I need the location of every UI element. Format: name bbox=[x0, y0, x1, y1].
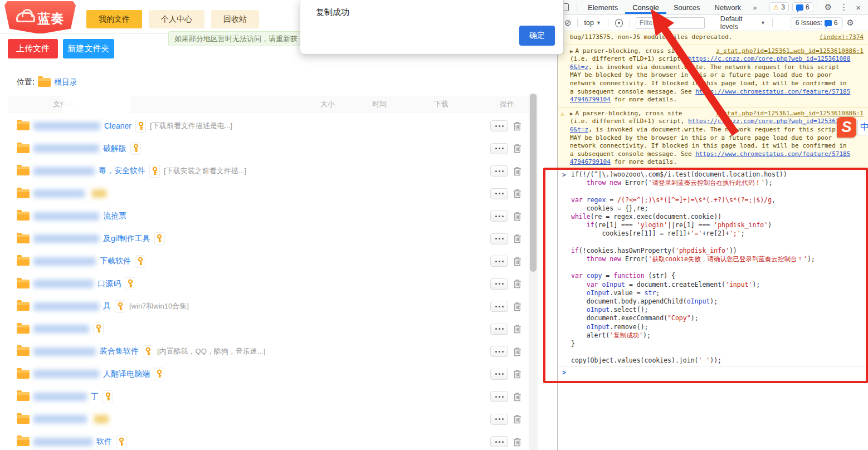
table-row[interactable] bbox=[8, 408, 529, 431]
table-row[interactable]: 软件 bbox=[8, 431, 529, 450]
tab-network[interactable]: Network bbox=[708, 1, 749, 14]
root-directory-link[interactable]: 根目录 bbox=[54, 77, 77, 87]
file-name-link[interactable]: Cleaner bbox=[104, 121, 131, 130]
message-link[interactable]: 47946799104 bbox=[570, 96, 611, 103]
delete-icon[interactable] bbox=[513, 279, 521, 288]
tab-elements[interactable]: Elements bbox=[581, 1, 625, 14]
clear-console-icon[interactable]: ⊘ bbox=[562, 18, 574, 28]
column-header-size[interactable]: 大小 bbox=[320, 99, 335, 109]
more-actions-button[interactable] bbox=[490, 233, 508, 244]
file-name-link[interactable]: 人翻译电脑端 bbox=[103, 369, 150, 379]
table-row[interactable]: 口源码 bbox=[8, 273, 529, 296]
more-actions-button[interactable] bbox=[490, 256, 508, 267]
tab-personal-center[interactable]: 个人中心 bbox=[149, 10, 204, 28]
file-name-link[interactable]: 破解版 bbox=[103, 144, 126, 154]
more-actions-button[interactable] bbox=[490, 391, 508, 402]
message-source-link[interactable]: z_stat.php?id=125361…web_id=1253610886:1 bbox=[716, 47, 864, 56]
console-settings-gear-icon[interactable]: ⚙ bbox=[843, 18, 858, 28]
tab-console[interactable]: Console bbox=[625, 1, 666, 14]
tab-my-files[interactable]: 我的文件 bbox=[86, 10, 142, 28]
file-list-scrollbar[interactable] bbox=[529, 94, 538, 450]
table-row[interactable]: 及gif制作工具 bbox=[8, 228, 529, 251]
message-link[interactable]: https://www.chromestatus.com/feature/571… bbox=[695, 88, 850, 95]
console-filter-input[interactable] bbox=[636, 17, 705, 29]
more-actions-button[interactable] bbox=[490, 369, 508, 380]
delete-icon[interactable] bbox=[513, 437, 521, 447]
message-link[interactable]: https://c.cnzz.com/core.php?web_id=12536… bbox=[688, 118, 850, 125]
kebab-menu-icon[interactable]: ⋮ bbox=[836, 2, 852, 12]
close-devtools-icon[interactable]: × bbox=[852, 3, 865, 12]
settings-gear-icon[interactable]: ⚙ bbox=[821, 2, 836, 12]
delete-icon[interactable] bbox=[513, 302, 521, 311]
more-actions-button[interactable] bbox=[490, 414, 508, 425]
table-row[interactable]: 装合集软件[内置酷我，QQ，酷狗，音乐迷...] bbox=[8, 340, 529, 363]
message-link[interactable]: 6&t=z bbox=[570, 126, 588, 133]
delete-icon[interactable] bbox=[513, 257, 521, 266]
redacted-file-name bbox=[33, 122, 100, 130]
table-row[interactable]: 丁 bbox=[8, 385, 529, 408]
upload-file-button[interactable]: 上传文件 bbox=[8, 39, 58, 58]
more-actions-button[interactable] bbox=[490, 120, 508, 131]
tab-sources[interactable]: Sources bbox=[666, 1, 708, 14]
scrollbar-thumb[interactable] bbox=[530, 94, 537, 272]
delete-icon[interactable] bbox=[513, 347, 521, 356]
table-row[interactable]: 流抢票 bbox=[8, 205, 529, 228]
table-row[interactable]: 具[win7和win10合集] bbox=[8, 295, 529, 318]
table-row[interactable]: 下载软件 bbox=[8, 250, 529, 273]
message-source-link[interactable]: (index):7374 bbox=[820, 33, 864, 42]
table-row[interactable]: Cleaner[下载前看文件描述是电...] bbox=[8, 115, 529, 138]
delete-icon[interactable] bbox=[513, 167, 521, 176]
more-tabs-icon[interactable]: » bbox=[748, 3, 761, 12]
console-prompt-icon[interactable]: > bbox=[562, 369, 566, 376]
more-actions-button[interactable] bbox=[490, 143, 508, 154]
delete-icon[interactable] bbox=[513, 324, 521, 334]
live-expression-eye-icon[interactable] bbox=[615, 19, 623, 27]
delete-icon[interactable] bbox=[513, 414, 521, 424]
delete-icon[interactable] bbox=[513, 392, 521, 402]
file-name-link[interactable]: 口源码 bbox=[97, 279, 121, 289]
delete-icon[interactable] bbox=[513, 234, 521, 243]
issues-chip[interactable]: 6 Issues: 6 bbox=[791, 17, 843, 28]
site-logo[interactable]: 蓝奏 bbox=[4, 1, 76, 36]
delete-icon[interactable] bbox=[513, 189, 521, 198]
delete-icon[interactable] bbox=[513, 369, 521, 379]
delete-icon[interactable] bbox=[513, 212, 521, 221]
more-actions-button[interactable] bbox=[490, 165, 508, 177]
log-levels-selector[interactable]: Default levels ▼ bbox=[717, 15, 769, 31]
more-actions-button[interactable] bbox=[490, 346, 508, 357]
column-header-downloads[interactable]: 下载 bbox=[434, 99, 448, 109]
file-name-link[interactable]: 及gif制作工具 bbox=[103, 234, 150, 244]
file-name-link[interactable]: 具 bbox=[103, 301, 111, 311]
file-name-link[interactable]: 流抢票 bbox=[103, 211, 126, 221]
file-name-link[interactable]: 下载软件 bbox=[100, 256, 131, 266]
file-name-link[interactable]: 装合集软件 bbox=[100, 346, 139, 356]
more-actions-button[interactable] bbox=[490, 324, 508, 335]
message-link[interactable]: 47946799104 bbox=[570, 158, 611, 165]
file-name-link[interactable]: 丁 bbox=[91, 392, 99, 402]
message-link[interactable]: https://www.chromestatus.com/feature/571… bbox=[695, 150, 850, 158]
context-selector[interactable]: top ▼ bbox=[581, 19, 604, 27]
column-header-time[interactable]: 时间 bbox=[372, 99, 387, 109]
message-link[interactable]: 6&t=z bbox=[570, 63, 588, 71]
ok-button[interactable]: 确定 bbox=[519, 26, 555, 46]
messages-badge[interactable]: 6 bbox=[792, 2, 813, 12]
tab-recycle-bin[interactable]: 回收站 bbox=[211, 10, 259, 28]
more-actions-button[interactable] bbox=[490, 301, 508, 312]
column-header-actions[interactable]: 操作 bbox=[500, 99, 514, 109]
warnings-badge[interactable]: ⚠ 3 bbox=[769, 2, 789, 12]
file-name-link[interactable]: 毒，安全软件 bbox=[99, 166, 145, 176]
message-link[interactable]: https://c.cnzz.com/core.php?web_id=12536… bbox=[688, 55, 850, 62]
new-folder-button[interactable]: 新建文件夹 bbox=[63, 39, 114, 58]
delete-icon[interactable] bbox=[513, 144, 521, 153]
more-actions-button[interactable] bbox=[490, 436, 508, 447]
table-row[interactable]: 毒，安全软件[下载安装之前看文件描...] bbox=[8, 160, 529, 183]
delete-icon[interactable] bbox=[513, 121, 521, 131]
table-row[interactable] bbox=[8, 318, 529, 341]
table-row[interactable]: 破解版 bbox=[8, 138, 529, 160]
more-actions-button[interactable] bbox=[490, 211, 508, 222]
more-actions-button[interactable] bbox=[490, 188, 508, 199]
table-row[interactable] bbox=[8, 183, 529, 206]
more-actions-button[interactable] bbox=[490, 278, 508, 290]
file-name-link[interactable]: 软件 bbox=[96, 437, 112, 447]
table-row[interactable]: 人翻译电脑端 bbox=[8, 363, 529, 386]
